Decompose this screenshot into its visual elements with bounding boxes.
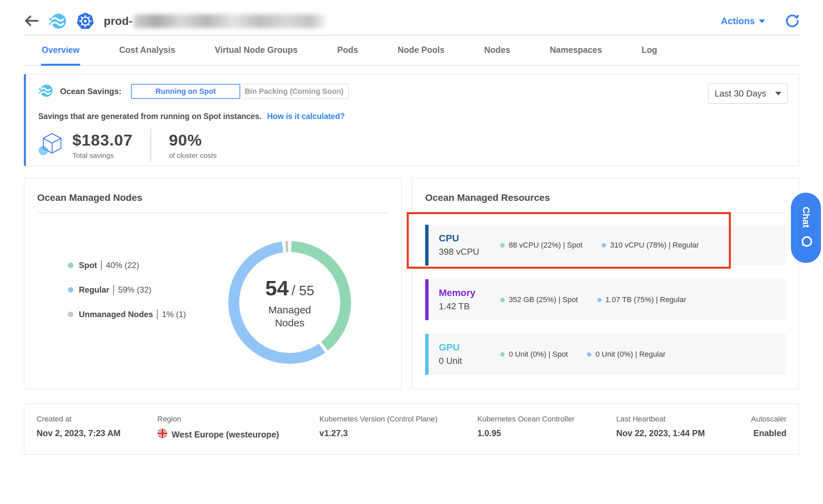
tab-virtual-node-groups[interactable]: Virtual Node Groups — [214, 35, 299, 66]
cpu-spot-detail: 88 vCPU (22%) | Spot — [500, 241, 582, 250]
refresh-button[interactable] — [785, 14, 799, 29]
memory-spot-detail: 352 GB (25%) | Spot — [500, 295, 578, 304]
resources-card-divider — [425, 213, 786, 213]
regular-dot-icon — [587, 352, 591, 357]
cpu-total-value: 398 vCPU — [439, 247, 500, 257]
running-on-spot-toggle[interactable]: Running on Spot — [131, 84, 240, 99]
tab-nodes[interactable]: Nodes — [483, 35, 511, 66]
total-savings-label: Total savings — [72, 151, 133, 160]
cluster-cost-percent-value: 90% — [169, 131, 217, 149]
gpu-spot-text: 0 Unit (0%) | Spot — [509, 350, 568, 359]
tab-cost-analysis[interactable]: Cost Analysis — [118, 35, 176, 66]
cpu-resource-row: CPU 398 vCPU 88 vCPU (22%) | Spot 310 vC… — [425, 225, 786, 266]
memory-regular-detail: 1.07 TB (75%) | Regular — [597, 295, 686, 304]
gpu-spot-detail: 0 Unit (0%) | Spot — [500, 350, 568, 359]
legend-separator — [157, 309, 158, 320]
created-at-value: Nov 2, 2023, 7:23 AM — [37, 428, 157, 438]
gpu-regular-detail: 0 Unit (0%) | Regular — [587, 350, 665, 359]
refresh-icon — [785, 14, 799, 29]
nodes-legend: Spot 40% (22) Regular 59% (32) Unmanaged… — [68, 260, 186, 320]
region-col: Region West Europe (westeurope) — [157, 415, 319, 441]
unmanaged-legend-dot — [68, 312, 73, 317]
total-count: / 55 — [291, 283, 314, 298]
managed-count: 54 — [265, 276, 289, 300]
ocean-controller-col: Kubernetes Ocean Controller 1.0.95 — [477, 415, 616, 441]
page-title: prod- — [104, 14, 325, 28]
autoscaler-col: Autoscaler Enabled — [742, 415, 786, 441]
k8s-version-label: Kubernetes Version (Control Plane) — [319, 415, 477, 424]
ocean-savings-panel: Ocean Savings: Running on Spot Bin Packi… — [24, 74, 799, 166]
donut-count-row: 54 / 55 — [265, 276, 314, 300]
nodes-card-title: Ocean Managed Nodes — [37, 190, 388, 203]
gpu-accent-bar — [425, 334, 429, 375]
regular-legend-dot — [68, 287, 73, 293]
savings-header-row: Ocean Savings: Running on Spot Bin Packi… — [38, 83, 786, 100]
tab-overview[interactable]: Overview — [41, 35, 80, 66]
cpu-regular-text: 310 vCPU (78%) | Regular — [610, 241, 699, 250]
tab-node-pools[interactable]: Node Pools — [397, 35, 445, 66]
gpu-total-value: 0 Unit — [439, 356, 500, 366]
header: prod- Actions — [0, 0, 823, 35]
savings-stats-row: $183.07 Total savings 90% of cluster cos… — [38, 129, 786, 161]
kubernetes-logo-icon — [76, 12, 95, 31]
actions-button[interactable]: Actions — [721, 16, 765, 27]
resource-rows: CPU 398 vCPU 88 vCPU (22%) | Spot 310 vC… — [425, 225, 786, 375]
gpu-regular-text: 0 Unit (0%) | Regular — [595, 350, 665, 359]
chat-button[interactable]: Chat — [791, 193, 821, 263]
region-label: Region — [157, 415, 319, 424]
bin-packing-toggle[interactable]: Bin Packing (Coming Soon) — [240, 84, 349, 99]
savings-cube-icon — [38, 132, 65, 158]
cards-row: Ocean Managed Nodes Spot 40% (22) Regula… — [24, 178, 799, 389]
back-arrow-icon — [24, 14, 40, 29]
ocean-managed-resources-card: Ocean Managed Resources CPU 398 vCPU 88 … — [412, 178, 799, 389]
cluster-name-redacted — [134, 14, 325, 28]
cpu-label: CPU — [439, 233, 500, 244]
chat-button-inner: Chat — [791, 193, 821, 263]
legend-item-spot: Spot 40% (22) — [68, 260, 186, 270]
chevron-down-icon — [775, 92, 781, 95]
legend-item-unmanaged: Unmanaged Nodes 1% (1) — [68, 309, 186, 320]
legend-separator — [113, 285, 114, 295]
regular-legend-label: Regular — [79, 285, 109, 295]
memory-total-value: 1.42 TB — [439, 301, 500, 312]
chevron-down-icon — [759, 19, 765, 23]
donut-center-text: 54 / 55 Managed Nodes — [228, 241, 351, 364]
ocean-controller-label: Kubernetes Ocean Controller — [477, 415, 616, 424]
ocean-controller-value: 1.0.95 — [477, 428, 616, 438]
last-heartbeat-label: Last Heartbeat — [616, 415, 742, 424]
managed-nodes-donut-chart: 54 / 55 Managed Nodes — [228, 241, 351, 364]
spot-legend-label: Spot — [79, 261, 97, 270]
regular-dot-icon — [602, 243, 606, 248]
cpu-accent-bar — [425, 225, 429, 266]
back-button[interactable] — [24, 14, 40, 29]
tab-log[interactable]: Log — [641, 35, 658, 66]
cluster-cost-percent-stat: 90% of cluster costs — [169, 131, 217, 160]
period-dropdown[interactable]: Last 30 Days — [708, 83, 788, 104]
cpu-details: 88 vCPU (22%) | Spot 310 vCPU (78%) | Re… — [500, 225, 699, 266]
cpu-regular-detail: 310 vCPU (78%) | Regular — [602, 241, 699, 250]
savings-description: Savings that are generated from running … — [38, 112, 786, 121]
autoscaler-label: Autoscaler — [751, 415, 786, 424]
memory-label: Memory — [439, 287, 500, 298]
how-calculated-link[interactable]: How is it calculated? — [267, 112, 345, 121]
memory-resource-row: Memory 1.42 TB 352 GB (25%) | Spot 1.07 … — [425, 279, 786, 320]
tab-pods[interactable]: Pods — [336, 35, 359, 66]
cpu-main: CPU 398 vCPU — [429, 225, 500, 266]
last-heartbeat-col: Last Heartbeat Nov 22, 2023, 1:44 PM — [616, 415, 742, 441]
tab-namespaces[interactable]: Namespaces — [549, 35, 603, 66]
cluster-info-bar: Created at Nov 2, 2023, 7:23 AM Region — [24, 403, 799, 455]
unmanaged-legend-label: Unmanaged Nodes — [79, 310, 153, 319]
cluster-cost-percent-label: of cluster costs — [169, 151, 217, 160]
actions-button-label: Actions — [721, 16, 755, 27]
region-value: West Europe (westeurope) — [172, 430, 279, 440]
created-at-col: Created at Nov 2, 2023, 7:23 AM — [37, 415, 157, 441]
region-value-row: West Europe (westeurope) — [157, 428, 319, 441]
savings-mode-toggle: Running on Spot Bin Packing (Coming Soon… — [131, 84, 349, 99]
memory-details: 352 GB (25%) | Spot 1.07 TB (75%) | Regu… — [500, 279, 686, 320]
memory-regular-text: 1.07 TB (75%) | Regular — [606, 295, 686, 304]
cpu-spot-text: 88 vCPU (22%) | Spot — [509, 241, 582, 250]
k8s-version-value: v1.27.3 — [319, 428, 477, 438]
memory-main: Memory 1.42 TB — [429, 279, 500, 320]
spot-dot-icon — [500, 243, 505, 248]
regular-legend-value: 59% (32) — [118, 285, 151, 295]
